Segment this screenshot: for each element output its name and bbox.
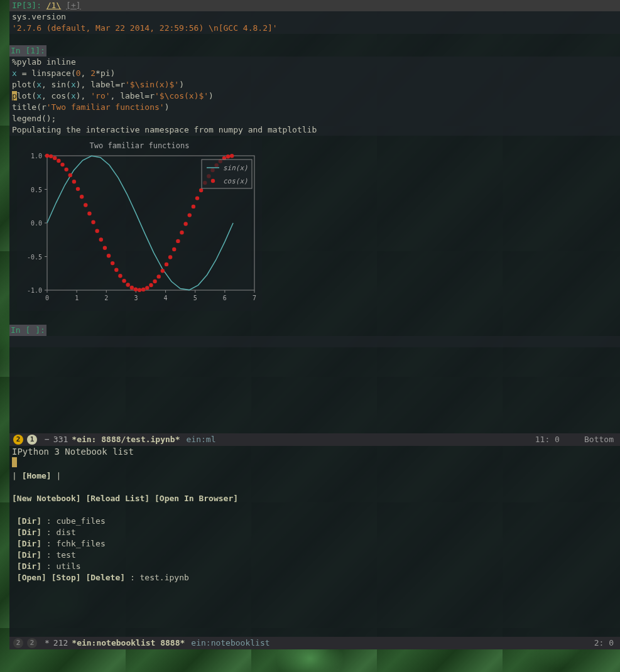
notebooklist-pane[interactable]: IPython 3 Notebook list | [Home] | [New …: [9, 446, 620, 643]
modeline-1: 2 1 − 331 *ein: 8888/test.ipynb* ein:ml …: [9, 433, 620, 446]
svg-point-38: [84, 203, 87, 207]
svg-point-58: [161, 269, 165, 273]
new-notebook-button[interactable]: [New Notebook]: [12, 494, 81, 503]
notebook-pane[interactable]: IP[3]: /1\ [+] sys.version '2.7.6 (defau…: [9, 0, 620, 433]
svg-point-35: [72, 180, 76, 183]
list-item[interactable]: [Dir] : test: [12, 550, 617, 561]
svg-point-54: [145, 286, 149, 290]
ml2-buffer-name: *ein:notebooklist 8888*: [72, 637, 185, 649]
svg-point-43: [103, 246, 107, 249]
modeline-2: 2 2 * 212 *ein:notebooklist 8888* ein:no…: [9, 637, 620, 649]
svg-point-75: [226, 154, 230, 158]
ml1-badge-right: 1: [27, 435, 37, 445]
svg-text:7: 7: [253, 295, 256, 301]
svg-text:1: 1: [75, 295, 79, 301]
ml2-badge-right: 2: [27, 638, 37, 648]
svg-point-36: [76, 187, 80, 191]
svg-point-46: [114, 268, 118, 272]
svg-text:0: 0: [45, 295, 49, 301]
svg-text:0.5: 0.5: [31, 187, 42, 193]
svg-point-41: [95, 229, 99, 233]
svg-point-76: [230, 154, 234, 158]
nblist-cursor: [12, 457, 17, 467]
list-item[interactable]: [Dir] : cube_files: [12, 516, 617, 527]
svg-point-44: [107, 254, 111, 257]
nb-file-name[interactable]: test.ipynb: [140, 573, 189, 582]
svg-point-51: [134, 288, 138, 291]
svg-point-63: [180, 230, 183, 234]
chart-svg: Two familiar functions01234567-1.0-0.50.…: [17, 138, 262, 308]
svg-point-30: [53, 156, 57, 160]
nb-open-button[interactable]: [Open]: [17, 573, 46, 582]
svg-point-42: [99, 237, 103, 241]
empty-code[interactable]: [9, 336, 620, 347]
svg-text:2: 2: [104, 295, 108, 301]
svg-point-67: [195, 196, 199, 200]
svg-text:0.0: 0.0: [31, 220, 42, 227]
svg-point-56: [153, 279, 156, 283]
svg-point-64: [183, 222, 187, 225]
list-item[interactable]: [Dir] : dist: [12, 527, 617, 538]
svg-point-62: [176, 239, 180, 243]
tab-active[interactable]: /1\: [46, 1, 61, 10]
svg-point-47: [118, 274, 122, 278]
svg-point-32: [60, 163, 64, 166]
svg-point-50: [130, 286, 134, 290]
svg-point-34: [68, 173, 72, 177]
ml1-buffer-name: *ein: 8888/test.ipynb*: [72, 434, 180, 445]
in-prompt-1: In [1]:: [9, 45, 46, 57]
svg-point-28: [45, 154, 49, 158]
svg-point-57: [157, 274, 161, 278]
in-prompt-empty: In [ ]:: [9, 325, 46, 336]
svg-point-29: [49, 154, 53, 158]
svg-point-52: [138, 288, 141, 292]
ipython-tag: IP[3]:: [12, 1, 46, 10]
svg-point-48: [122, 279, 126, 283]
svg-text:5: 5: [193, 295, 197, 301]
svg-text:1.0: 1.0: [31, 153, 42, 160]
svg-point-68: [199, 188, 203, 192]
svg-point-39: [87, 212, 91, 215]
cell-output-sysversion: sys.version '2.7.6 (default, Mar 22 2014…: [9, 11, 620, 34]
svg-point-59: [165, 263, 168, 266]
cell-1[interactable]: In [1]: %pylab inline x = linspace(0, 2*…: [9, 45, 620, 311]
code-cell-1[interactable]: %pylab inline x = linspace(0, 2*pi) plot…: [9, 57, 620, 124]
svg-point-55: [149, 283, 153, 287]
text-cursor: p: [12, 91, 17, 100]
tab-add[interactable]: [+]: [66, 1, 80, 10]
svg-point-66: [192, 205, 195, 209]
cell-1-stdout: Populating the interactive namespace fro…: [9, 124, 620, 136]
svg-point-33: [64, 168, 68, 171]
svg-point-31: [57, 159, 60, 163]
svg-point-65: [188, 213, 192, 217]
matplotlib-figure: Two familiar functions01234567-1.0-0.50.…: [17, 138, 262, 311]
svg-point-45: [111, 261, 114, 265]
svg-point-53: [141, 288, 145, 291]
nb-delete-button[interactable]: [Delete]: [85, 573, 125, 582]
svg-text:Two familiar functions: Two familiar functions: [90, 141, 190, 150]
svg-point-80: [211, 179, 215, 183]
svg-point-40: [91, 220, 95, 224]
svg-text:cos(x): cos(x): [223, 177, 248, 185]
cell-empty[interactable]: In [ ]:: [9, 325, 620, 347]
svg-text:6: 6: [223, 295, 227, 301]
ml2-mode: ein:notebooklist: [185, 637, 276, 649]
svg-text:-0.5: -0.5: [27, 254, 42, 261]
reload-list-button[interactable]: [Reload List]: [85, 494, 150, 503]
svg-point-61: [172, 247, 176, 251]
svg-text:-1.0: -1.0: [27, 287, 42, 294]
ml1-mode: ein:ml: [180, 434, 222, 445]
nb-list-title: IPython 3 Notebook list: [12, 446, 617, 457]
svg-point-37: [80, 195, 84, 198]
ml2-badge-left: 2: [13, 638, 23, 648]
open-browser-button[interactable]: [Open In Browser]: [155, 494, 238, 503]
tab-bar: IP[3]: /1\ [+]: [9, 0, 620, 11]
list-item[interactable]: [Dir] : fchk_files: [12, 538, 617, 550]
home-link[interactable]: [Home]: [22, 471, 52, 480]
list-item[interactable]: [Dir] : utils: [12, 561, 617, 572]
ml1-badge-left: 2: [13, 435, 23, 445]
svg-point-60: [168, 255, 172, 259]
svg-text:4: 4: [164, 295, 168, 301]
svg-text:3: 3: [134, 295, 138, 301]
nb-stop-button[interactable]: [Stop]: [52, 573, 81, 582]
